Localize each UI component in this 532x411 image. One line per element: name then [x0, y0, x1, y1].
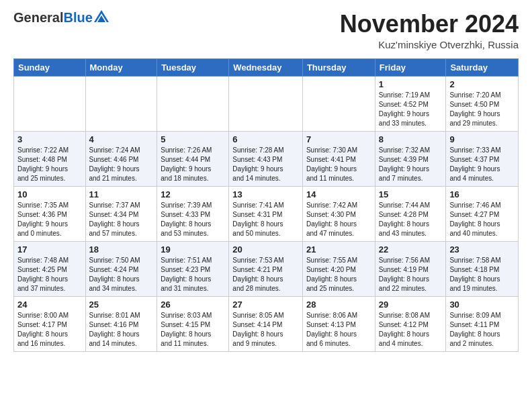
calendar-cell: 17Sunrise: 7:48 AM Sunset: 4:25 PM Dayli… — [14, 241, 86, 296]
day-info: Sunrise: 7:58 AM Sunset: 4:18 PM Dayligh… — [449, 256, 515, 293]
day-info: Sunrise: 7:55 AM Sunset: 4:20 PM Dayligh… — [306, 256, 371, 293]
day-number: 13 — [232, 189, 299, 199]
calendar-cell: 16Sunrise: 7:46 AM Sunset: 4:27 PM Dayli… — [446, 186, 519, 241]
calendar-cell — [157, 76, 229, 131]
day-number: 20 — [232, 244, 299, 255]
day-info: Sunrise: 7:42 AM Sunset: 4:30 PM Dayligh… — [306, 201, 371, 238]
day-info: Sunrise: 7:26 AM Sunset: 4:44 PM Dayligh… — [161, 146, 225, 183]
calendar-week-5: 24Sunrise: 8:00 AM Sunset: 4:17 PM Dayli… — [14, 296, 519, 351]
calendar-cell: 5Sunrise: 7:26 AM Sunset: 4:44 PM Daylig… — [157, 131, 229, 186]
day-info: Sunrise: 7:50 AM Sunset: 4:24 PM Dayligh… — [89, 256, 154, 293]
calendar-cell — [302, 76, 375, 131]
day-info: Sunrise: 7:35 AM Sunset: 4:36 PM Dayligh… — [17, 201, 82, 238]
day-info: Sunrise: 8:01 AM Sunset: 4:16 PM Dayligh… — [89, 311, 154, 349]
logo-text: GeneralBlue — [13, 11, 93, 24]
calendar-cell: 13Sunrise: 7:41 AM Sunset: 4:31 PM Dayli… — [229, 186, 303, 241]
calendar-week-2: 3Sunrise: 7:22 AM Sunset: 4:48 PM Daylig… — [14, 131, 519, 186]
day-header-monday: Monday — [85, 58, 157, 76]
location: Kuz'minskiye Otverzhki, Russia — [340, 39, 519, 50]
day-number: 5 — [161, 134, 225, 144]
day-header-sunday: Sunday — [14, 58, 86, 76]
day-header-friday: Friday — [375, 58, 446, 76]
calendar-table: SundayMondayTuesdayWednesdayThursdayFrid… — [13, 58, 519, 352]
day-number: 30 — [449, 300, 515, 310]
day-info: Sunrise: 7:53 AM Sunset: 4:21 PM Dayligh… — [232, 256, 299, 293]
calendar-cell: 1Sunrise: 7:19 AM Sunset: 4:52 PM Daylig… — [375, 76, 446, 131]
day-number: 17 — [17, 244, 82, 255]
day-number: 9 — [449, 134, 515, 144]
day-number: 7 — [306, 134, 371, 144]
calendar-cell: 12Sunrise: 7:39 AM Sunset: 4:33 PM Dayli… — [157, 186, 229, 241]
day-info: Sunrise: 7:30 AM Sunset: 4:41 PM Dayligh… — [306, 146, 371, 183]
day-number: 12 — [161, 189, 225, 199]
header: GeneralBlue November 2024 Kuz'minskiye O… — [13, 11, 519, 50]
calendar-cell — [229, 76, 303, 131]
day-header-thursday: Thursday — [302, 58, 375, 76]
calendar-cell: 2Sunrise: 7:20 AM Sunset: 4:50 PM Daylig… — [446, 76, 519, 131]
calendar-cell: 23Sunrise: 7:58 AM Sunset: 4:18 PM Dayli… — [446, 241, 519, 296]
day-info: Sunrise: 8:09 AM Sunset: 4:11 PM Dayligh… — [449, 311, 515, 349]
day-number: 16 — [449, 189, 515, 199]
logo: GeneralBlue — [13, 11, 109, 24]
calendar-cell: 6Sunrise: 7:28 AM Sunset: 4:43 PM Daylig… — [229, 131, 303, 186]
day-number: 15 — [379, 189, 443, 199]
day-info: Sunrise: 7:46 AM Sunset: 4:27 PM Dayligh… — [449, 201, 515, 238]
day-info: Sunrise: 7:20 AM Sunset: 4:50 PM Dayligh… — [449, 91, 515, 128]
calendar-cell: 25Sunrise: 8:01 AM Sunset: 4:16 PM Dayli… — [85, 296, 157, 351]
day-info: Sunrise: 7:37 AM Sunset: 4:34 PM Dayligh… — [89, 201, 154, 238]
calendar-cell — [14, 76, 86, 131]
day-number: 2 — [449, 79, 515, 89]
day-info: Sunrise: 8:06 AM Sunset: 4:13 PM Dayligh… — [306, 311, 371, 349]
day-number: 21 — [306, 244, 371, 255]
calendar-cell: 27Sunrise: 8:05 AM Sunset: 4:14 PM Dayli… — [229, 296, 303, 351]
day-info: Sunrise: 7:39 AM Sunset: 4:33 PM Dayligh… — [161, 201, 225, 238]
calendar-cell: 11Sunrise: 7:37 AM Sunset: 4:34 PM Dayli… — [85, 186, 157, 241]
day-number: 3 — [17, 134, 82, 144]
day-number: 22 — [379, 244, 443, 255]
title-block: November 2024 Kuz'minskiye Otverzhki, Ru… — [340, 11, 519, 50]
calendar-week-1: 1Sunrise: 7:19 AM Sunset: 4:52 PM Daylig… — [14, 76, 519, 131]
day-number: 26 — [161, 300, 225, 310]
calendar-cell: 30Sunrise: 8:09 AM Sunset: 4:11 PM Dayli… — [446, 296, 519, 351]
calendar-cell: 21Sunrise: 7:55 AM Sunset: 4:20 PM Dayli… — [302, 241, 375, 296]
calendar-week-4: 17Sunrise: 7:48 AM Sunset: 4:25 PM Dayli… — [14, 241, 519, 296]
day-info: Sunrise: 7:19 AM Sunset: 4:52 PM Dayligh… — [379, 91, 443, 128]
calendar-cell: 18Sunrise: 7:50 AM Sunset: 4:24 PM Dayli… — [85, 241, 157, 296]
calendar-cell: 19Sunrise: 7:51 AM Sunset: 4:23 PM Dayli… — [157, 241, 229, 296]
day-number: 28 — [306, 300, 371, 310]
calendar-cell: 26Sunrise: 8:03 AM Sunset: 4:15 PM Dayli… — [157, 296, 229, 351]
calendar-cell: 22Sunrise: 7:56 AM Sunset: 4:19 PM Dayli… — [375, 241, 446, 296]
calendar-cell: 14Sunrise: 7:42 AM Sunset: 4:30 PM Dayli… — [302, 186, 375, 241]
day-info: Sunrise: 7:32 AM Sunset: 4:39 PM Dayligh… — [379, 146, 443, 183]
day-info: Sunrise: 7:41 AM Sunset: 4:31 PM Dayligh… — [232, 201, 299, 238]
day-number: 4 — [89, 134, 154, 144]
day-header-wednesday: Wednesday — [229, 58, 303, 76]
day-info: Sunrise: 7:48 AM Sunset: 4:25 PM Dayligh… — [17, 256, 82, 293]
day-number: 6 — [232, 134, 299, 144]
day-number: 11 — [89, 189, 154, 199]
calendar-cell: 15Sunrise: 7:44 AM Sunset: 4:28 PM Dayli… — [375, 186, 446, 241]
day-info: Sunrise: 7:44 AM Sunset: 4:28 PM Dayligh… — [379, 201, 443, 238]
calendar-cell: 8Sunrise: 7:32 AM Sunset: 4:39 PM Daylig… — [375, 131, 446, 186]
calendar-cell: 4Sunrise: 7:24 AM Sunset: 4:46 PM Daylig… — [85, 131, 157, 186]
day-header-tuesday: Tuesday — [157, 58, 229, 76]
day-info: Sunrise: 8:08 AM Sunset: 4:12 PM Dayligh… — [379, 311, 443, 349]
day-number: 23 — [449, 244, 515, 255]
day-number: 10 — [17, 189, 82, 199]
day-number: 1 — [379, 79, 443, 89]
day-number: 19 — [161, 244, 225, 255]
calendar-cell: 7Sunrise: 7:30 AM Sunset: 4:41 PM Daylig… — [302, 131, 375, 186]
calendar-week-3: 10Sunrise: 7:35 AM Sunset: 4:36 PM Dayli… — [14, 186, 519, 241]
day-number: 24 — [17, 300, 82, 310]
day-header-saturday: Saturday — [446, 58, 519, 76]
day-number: 8 — [379, 134, 443, 144]
day-number: 18 — [89, 244, 154, 255]
day-info: Sunrise: 8:03 AM Sunset: 4:15 PM Dayligh… — [161, 311, 225, 349]
day-info: Sunrise: 7:51 AM Sunset: 4:23 PM Dayligh… — [161, 256, 225, 293]
calendar-cell: 24Sunrise: 8:00 AM Sunset: 4:17 PM Dayli… — [14, 296, 86, 351]
day-info: Sunrise: 7:56 AM Sunset: 4:19 PM Dayligh… — [379, 256, 443, 293]
calendar-header-row: SundayMondayTuesdayWednesdayThursdayFrid… — [14, 58, 519, 76]
calendar-cell: 3Sunrise: 7:22 AM Sunset: 4:48 PM Daylig… — [14, 131, 86, 186]
calendar-cell: 10Sunrise: 7:35 AM Sunset: 4:36 PM Dayli… — [14, 186, 86, 241]
day-number: 27 — [232, 300, 299, 310]
